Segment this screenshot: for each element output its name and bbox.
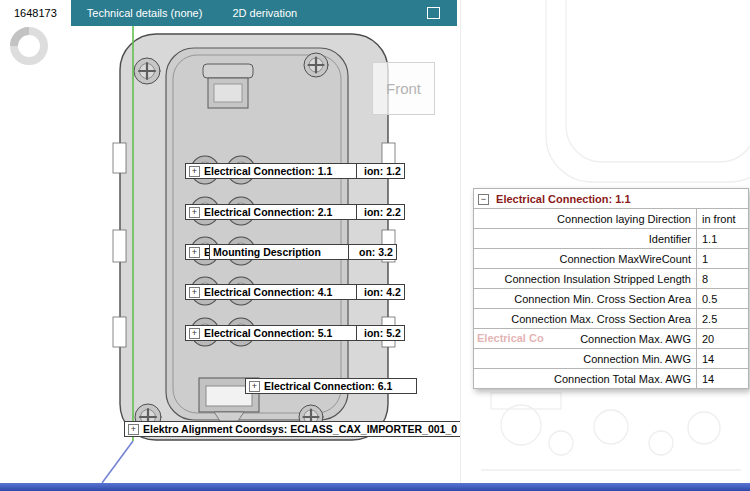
- property-value: 14: [697, 349, 749, 369]
- maximize-window-icon[interactable]: [427, 7, 440, 19]
- property-name: Connection laying Direction: [474, 209, 697, 229]
- label-connection-1-1[interactable]: +Electrical Connection: 1.1: [185, 163, 357, 179]
- tooltip-row: Connection Max. AWG20: [474, 329, 749, 349]
- expand-icon[interactable]: +: [249, 381, 260, 392]
- view-orientation-label: Front: [372, 62, 435, 115]
- label-connection-1-2[interactable]: ion: 1.2: [353, 163, 405, 179]
- tooltip-row: Connection Total Max. AWG14: [474, 369, 749, 389]
- property-value: 0.5: [697, 289, 749, 309]
- label-mounting-description[interactable]: Mounting Description: [209, 244, 349, 260]
- property-name: Connection Total Max. AWG: [474, 369, 697, 389]
- expand-icon[interactable]: +: [189, 287, 200, 298]
- background-window: − Electrical Connection: 1.1 Connection …: [460, 0, 750, 483]
- property-value: 2.5: [697, 309, 749, 329]
- collapse-icon[interactable]: −: [478, 194, 489, 205]
- label-connection-5-1[interactable]: +Electrical Connection: 5.1: [185, 325, 357, 341]
- tooltip-title: Electrical Connection: 1.1: [496, 193, 630, 205]
- tab-bar: 1648173 Technical details (none) 2D deri…: [0, 0, 457, 26]
- label-connection-2-2[interactable]: ion: 2.2: [353, 204, 405, 220]
- blue-axis-line: [102, 441, 133, 483]
- properties-tooltip: − Electrical Connection: 1.1 Connection …: [473, 188, 749, 389]
- tooltip-row: Connection Insulation Stripped Length8: [474, 269, 749, 289]
- latch-feature: [203, 64, 253, 108]
- taskbar-strip: [0, 483, 750, 491]
- property-value: 1.1: [697, 229, 749, 249]
- tab-technical-details[interactable]: Technical details (none): [73, 0, 217, 26]
- tooltip-row: Connection MaxWireCount1: [474, 249, 749, 269]
- tooltip-row: Connection Min. Cross Section Area0.5: [474, 289, 749, 309]
- label-alignment-coordsys[interactable]: +Elektro Alignment Coordsys: ECLASS_CAX_…: [124, 421, 460, 437]
- property-value: in front: [697, 209, 749, 229]
- tooltip-row: Connection Max. Cross Section Area2.5: [474, 309, 749, 329]
- property-value: 20: [697, 329, 749, 349]
- property-name: Identifier: [474, 229, 697, 249]
- orbit-compass-icon[interactable]: [14, 31, 44, 61]
- tab-2d-derivation[interactable]: 2D derivation: [218, 0, 311, 26]
- tab-1648173[interactable]: 1648173: [0, 0, 71, 26]
- tooltip-header-row: − Electrical Connection: 1.1: [474, 189, 749, 209]
- property-name: Connection Insulation Stripped Length: [474, 269, 697, 289]
- label-connection-4-1[interactable]: +Electrical Connection: 4.1: [185, 284, 357, 300]
- expand-icon[interactable]: +: [189, 328, 200, 339]
- property-value: 8: [697, 269, 749, 289]
- expand-icon[interactable]: +: [189, 166, 200, 177]
- property-name: Connection MaxWireCount: [474, 249, 697, 269]
- label-connection-5-2[interactable]: ion: 5.2: [353, 325, 405, 341]
- expand-icon[interactable]: +: [189, 247, 200, 258]
- tooltip-row: Connection Min. AWG14: [474, 349, 749, 369]
- property-name: Connection Min. Cross Section Area: [474, 289, 697, 309]
- property-name: Connection Max. AWG: [474, 329, 697, 349]
- 3d-viewport[interactable]: Front ion: 1.2+Electrical Connection: 1.…: [0, 26, 460, 483]
- property-name: Connection Max. Cross Section Area: [474, 309, 697, 329]
- expand-icon[interactable]: +: [189, 207, 200, 218]
- expand-icon[interactable]: +: [128, 424, 139, 435]
- label-connection-3-2[interactable]: on: 3.2: [348, 244, 397, 260]
- property-value: 1: [697, 249, 749, 269]
- tooltip-row: Identifier1.1: [474, 229, 749, 249]
- property-value: 14: [697, 369, 749, 389]
- property-name: Connection Min. AWG: [474, 349, 697, 369]
- label-connection-2-1[interactable]: +Electrical Connection: 2.1: [185, 204, 357, 220]
- label-connection-6-1[interactable]: +Electrical Connection: 6.1: [245, 378, 417, 394]
- tooltip-row: Connection laying Directionin front: [474, 209, 749, 229]
- label-connection-4-2[interactable]: ion: 4.2: [353, 284, 405, 300]
